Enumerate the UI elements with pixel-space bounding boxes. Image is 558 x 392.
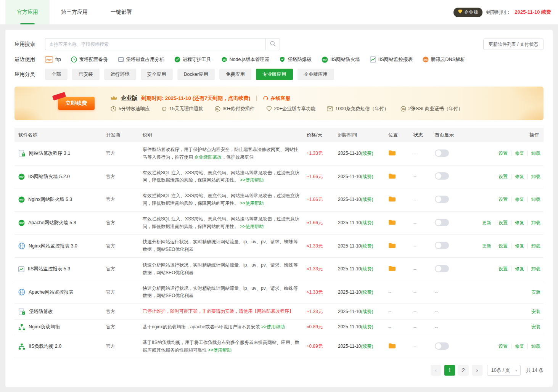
- action-uninstall-link[interactable]: 卸载: [527, 151, 540, 156]
- category-all-button[interactable]: 全部: [45, 69, 68, 80]
- app-name[interactable]: IIS负载均衡 2.0: [29, 343, 61, 350]
- tab-official-apps[interactable]: 官方应用: [5, 0, 50, 24]
- action-uninstall-link[interactable]: 卸载: [527, 174, 540, 179]
- app-name[interactable]: 堡塔防篡改: [29, 308, 53, 315]
- recent-app-tencent-dns[interactable]: DNS腾讯云DNS解析: [423, 56, 465, 63]
- category-docker-button[interactable]: Docker应用: [177, 69, 215, 80]
- action-update-link[interactable]: 更新: [479, 220, 495, 225]
- expire-date: 2025-11-10: [338, 174, 361, 179]
- banner-expire-renew-link[interactable]: 到期时间: 2025-11-10 (还有7天到期，点击续费): [142, 95, 251, 102]
- category-enterprise-button[interactable]: 企业版应用: [297, 69, 334, 80]
- expire-renew-link[interactable]: (续费): [361, 174, 373, 179]
- app-name[interactable]: IIS网站监控报表 5.3: [28, 266, 70, 272]
- app-name[interactable]: IIS网站防火墙 5.2.0: [28, 174, 70, 180]
- recent-app-frp[interactable]: FRPfrp: [45, 56, 61, 63]
- update-software-list-button[interactable]: 更新软件列表 / 支付状态: [483, 39, 544, 50]
- action-repair-link[interactable]: 修复: [511, 151, 527, 156]
- recent-app-config-backup[interactable]: 宝塔配置备份: [71, 56, 108, 63]
- expire-renew-link[interactable]: (续费): [361, 344, 373, 349]
- next-page-button[interactable]: ›: [472, 365, 482, 376]
- action-repair-link[interactable]: 修复: [511, 174, 527, 179]
- action-install-link[interactable]: 安装: [528, 309, 540, 314]
- action-repair-link[interactable]: 修复: [511, 243, 527, 249]
- recent-app-iis-waf[interactable]: WAFIIS网站防火墙: [322, 56, 360, 63]
- home-display-toggle[interactable]: [435, 219, 449, 226]
- expire-renew-link[interactable]: (续费): [361, 324, 373, 329]
- home-display-toggle[interactable]: [435, 342, 449, 350]
- action-settings-link[interactable]: 设置: [495, 243, 511, 249]
- action-settings-link[interactable]: 设置: [495, 174, 511, 179]
- app-name[interactable]: Nginx网站监控报表 3.0: [29, 243, 77, 249]
- expire-renew-link[interactable]: (续费): [361, 289, 373, 295]
- action-install-link[interactable]: 安装: [528, 289, 540, 295]
- app-name[interactable]: Nginx网站防火墙 5.3: [28, 196, 72, 203]
- action-repair-link[interactable]: 修复: [511, 344, 527, 349]
- action-settings-link[interactable]: 设置: [495, 151, 511, 156]
- home-display-toggle[interactable]: [435, 265, 449, 272]
- home-display-toggle[interactable]: [435, 242, 449, 249]
- folder-icon[interactable]: [388, 343, 396, 349]
- action-update-link[interactable]: 更新: [479, 243, 495, 249]
- app-name[interactable]: Apache网站防火墙 5.3: [28, 220, 76, 226]
- action-settings-link[interactable]: 设置: [495, 266, 511, 272]
- recent-app-anti-brute-force[interactable]: 堡塔防爆破: [279, 56, 312, 63]
- category-pro-button[interactable]: 专业版应用: [256, 69, 293, 80]
- expire-renew-link[interactable]: (续费): [361, 220, 373, 225]
- renew-now-button[interactable]: 立即续费: [58, 97, 95, 110]
- action-uninstall-link[interactable]: 卸载: [527, 243, 540, 249]
- expire-renew-link[interactable]: (续费): [361, 243, 373, 249]
- action-uninstall-link[interactable]: 卸载: [527, 220, 540, 225]
- expire-renew-link[interactable]: (续费): [361, 197, 373, 202]
- app-name[interactable]: Nginx负载均衡: [29, 324, 60, 330]
- page-size-select[interactable]: 10条 / 页 ▾: [487, 365, 521, 376]
- prev-page-button[interactable]: ‹: [431, 365, 441, 376]
- actions-cell: 设置修复卸载: [471, 142, 544, 165]
- action-settings-link[interactable]: 设置: [495, 344, 511, 349]
- folder-icon[interactable]: [388, 196, 396, 202]
- home-display-toggle[interactable]: [435, 149, 449, 157]
- recent-app-process-guard[interactable]: 进程守护工具: [174, 56, 211, 63]
- recent-app-disk-analysis[interactable]: 堡塔磁盘占用分析: [118, 56, 164, 63]
- action-uninstall-link[interactable]: 卸载: [527, 197, 540, 202]
- category-runtime-button[interactable]: 运行环境: [104, 69, 136, 80]
- category-security-button[interactable]: 安全应用: [141, 69, 173, 80]
- expire-renew-link[interactable]: (续费): [361, 309, 373, 314]
- online-support-link[interactable]: 在线客服: [263, 95, 290, 102]
- desc-help-link[interactable]: 企业级防篡改: [194, 154, 222, 160]
- action-repair-link[interactable]: 修复: [511, 266, 527, 272]
- search-button[interactable]: [265, 38, 280, 50]
- expire-renew-link[interactable]: (续费): [361, 266, 373, 272]
- folder-icon[interactable]: [388, 265, 396, 272]
- desc-help-link[interactable]: >>使用帮助: [240, 177, 264, 183]
- page-button-2[interactable]: 2: [458, 365, 469, 376]
- folder-icon[interactable]: [388, 219, 396, 225]
- action-uninstall-link[interactable]: 卸载: [527, 266, 540, 272]
- home-display-toggle[interactable]: [435, 196, 449, 203]
- action-repair-link[interactable]: 修复: [511, 197, 527, 202]
- search-input[interactable]: [45, 38, 265, 50]
- recent-app-iis-monitor-report[interactable]: IIS网站监控报表: [370, 56, 413, 63]
- action-repair-link[interactable]: 修复: [511, 220, 527, 225]
- folder-icon[interactable]: [388, 150, 396, 156]
- category-installed-button[interactable]: 已安装: [72, 69, 100, 80]
- action-settings-link[interactable]: 设置: [495, 220, 511, 225]
- home-display-toggle[interactable]: [435, 172, 449, 180]
- tab-one-click-deploy[interactable]: 一键部署: [99, 0, 143, 24]
- action-uninstall-link[interactable]: 卸载: [527, 344, 540, 349]
- desc-help-link[interactable]: >>使用帮助: [261, 324, 285, 329]
- action-settings-link[interactable]: 设置: [495, 197, 511, 202]
- desc-help-link[interactable]: >>使用帮助: [208, 347, 232, 353]
- app-name[interactable]: 网站防篡改程序 3.1: [29, 150, 70, 157]
- recent-app-nodejs-manager[interactable]: JSNode.js版本管理器: [221, 56, 270, 63]
- license-renew-link[interactable]: 2025-11-10 续费: [515, 9, 551, 16]
- folder-icon[interactable]: [388, 243, 396, 249]
- action-install-link[interactable]: 安装: [528, 324, 540, 329]
- desc-help-link[interactable]: >>使用帮助: [240, 224, 264, 229]
- app-name[interactable]: Apache网站监控报表: [29, 289, 73, 296]
- desc-help-link[interactable]: >>使用帮助: [240, 201, 264, 206]
- category-free-button[interactable]: 免费应用: [219, 69, 251, 80]
- page-button-1[interactable]: 1: [444, 365, 455, 376]
- tab-third-party-apps[interactable]: 第三方应用: [50, 0, 99, 24]
- expire-renew-link[interactable]: (续费): [361, 151, 373, 156]
- folder-icon[interactable]: [388, 173, 396, 179]
